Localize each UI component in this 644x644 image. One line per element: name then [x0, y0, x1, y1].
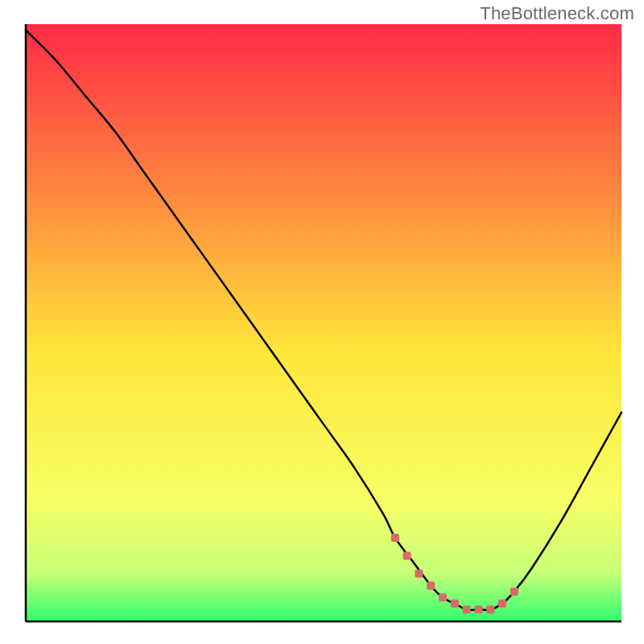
chart-container: { "watermark": "TheBottleneck.com", "col…	[0, 0, 644, 644]
sweet-spot-marker	[498, 600, 506, 608]
sweet-spot-marker	[403, 551, 411, 559]
watermark-label: TheBottleneck.com	[480, 3, 634, 24]
sweet-spot-marker	[510, 588, 518, 596]
sweet-spot-marker	[415, 570, 423, 578]
sweet-spot-marker	[427, 582, 435, 590]
sweet-spot-marker	[474, 605, 482, 613]
sweet-spot-marker	[391, 534, 399, 542]
sweet-spot-marker	[451, 600, 459, 608]
bottleneck-chart	[0, 0, 644, 644]
sweet-spot-marker	[463, 605, 471, 613]
plot-background	[26, 24, 621, 621]
sweet-spot-marker	[486, 605, 494, 613]
sweet-spot-marker	[439, 593, 447, 601]
